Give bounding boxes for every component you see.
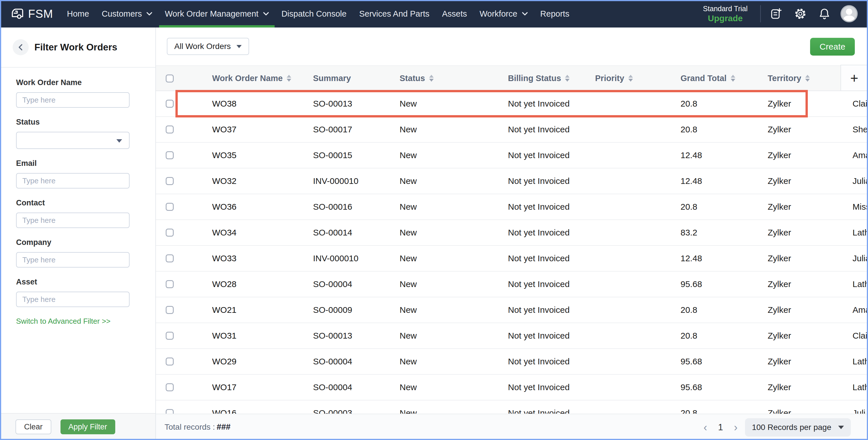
column-header-name[interactable]: Work Order Name [212,66,291,91]
nav-item-assets[interactable]: Assets [436,0,473,28]
add-column-button[interactable]: + [840,65,868,91]
records-per-page-select[interactable]: 100 Records per page [745,418,851,437]
settings-icon[interactable] [788,7,812,20]
cell-status: New [400,297,417,323]
nav-item-services-and-parts[interactable]: Services And Parts [353,0,436,28]
filter-select-status[interactable] [16,132,130,149]
cell-name[interactable]: WO35 [212,143,237,168]
cell-contact: Ama [852,297,868,323]
filter-label-work-order-name: Work Order Name [16,78,155,87]
work-order-row-wo36[interactable]: WO36SO-00016NewNot yet Invoiced20.8Zylke… [156,194,868,220]
cell-name[interactable]: WO36 [212,194,237,219]
upgrade-link[interactable]: Upgrade [703,13,748,23]
filter-input-work-order-name[interactable]: Type here [16,92,130,108]
work-order-row-wo28[interactable]: WO28SO-00004NewNot yet Invoiced95.68Zylk… [156,272,868,297]
work-order-row-wo37[interactable]: WO37SO-00017NewNot yet Invoiced20.8Zylke… [156,117,868,143]
sort-icon[interactable] [628,75,633,82]
row-checkbox[interactable] [166,383,174,391]
column-header-total[interactable]: Grand Total [681,66,735,91]
cell-name[interactable]: WO32 [212,168,237,194]
cell-status: New [400,91,417,116]
cell-name[interactable]: WO37 [212,117,237,142]
sort-icon[interactable] [565,75,569,82]
cell-name[interactable]: WO31 [212,323,237,348]
cell-territory: Zylker [768,323,791,348]
cell-summary: SO-00014 [313,220,352,245]
work-orders-list: All Work Orders Create Work Order NameSu… [156,28,868,440]
prev-page-icon[interactable]: ‹ [698,421,712,434]
column-header-territory[interactable]: Territory [768,66,810,91]
column-header-status[interactable]: Status [400,66,434,91]
column-header-summary[interactable]: Summary [313,66,351,91]
sort-icon[interactable] [805,75,810,82]
cell-name[interactable]: WO38 [212,91,237,116]
work-order-row-wo38[interactable]: WO38SO-00013NewNot yet Invoiced20.8Zylke… [156,91,868,117]
work-order-row-wo34[interactable]: WO34SO-00014NewNot yet Invoiced83.2Zylke… [156,220,868,246]
nav-item-label: Workforce [479,9,518,19]
cell-name[interactable]: WO28 [212,272,237,297]
cell-summary: SO-00009 [313,297,352,323]
filter-input-email[interactable]: Type here [16,173,130,189]
nav-item-work-order-management[interactable]: Work Order Management [158,0,275,28]
work-order-row-wo35[interactable]: WO35SO-00015NewNot yet Invoiced12.48Zylk… [156,143,868,168]
work-order-row-wo32[interactable]: WO32INV-000010NewNot yet Invoiced12.48Zy… [156,168,868,194]
cell-total: 20.8 [681,91,697,116]
filter-input-contact[interactable]: Type here [16,212,130,228]
back-button[interactable] [12,39,29,55]
cell-name[interactable]: WO29 [212,349,237,374]
row-checkbox[interactable] [166,280,174,288]
row-checkbox[interactable] [166,358,174,366]
nav-item-label: Reports [540,9,569,19]
app-logo[interactable]: FSM [11,7,53,20]
select-all-checkbox[interactable] [166,74,174,82]
advanced-filter-link[interactable]: Switch to Advanced Filter >> [16,317,155,326]
nav-item-customers[interactable]: Customers [95,0,158,28]
sort-icon[interactable] [731,75,735,82]
row-checkbox[interactable] [166,203,174,211]
column-header-billing[interactable]: Billing Status [508,66,569,91]
row-checkbox[interactable] [166,229,174,237]
column-header-priority[interactable]: Priority [595,66,633,91]
nav-item-home[interactable]: Home [61,0,95,28]
row-checkbox[interactable] [166,100,174,108]
filter-input-asset[interactable]: Type here [16,292,130,307]
cell-name[interactable]: WO33 [212,246,237,271]
cell-name[interactable]: WO17 [212,375,237,400]
work-order-row-wo29[interactable]: WO29SO-00004NewNot yet Invoiced95.68Zylk… [156,349,868,375]
next-page-icon[interactable]: › [729,421,743,434]
sort-icon[interactable] [429,75,434,82]
row-checkbox[interactable] [166,306,174,314]
nav-item-workforce[interactable]: Workforce [473,0,534,28]
cell-name[interactable]: WO21 [212,297,237,323]
apply-filter-button[interactable]: Apply Filter [61,419,115,434]
cell-billing: Not yet Invoiced [508,349,569,374]
notifications-icon[interactable] [812,7,836,20]
user-avatar[interactable] [840,5,858,22]
cell-billing: Not yet Invoiced [508,91,569,116]
quick-create-icon[interactable] [764,7,788,20]
work-order-row-wo33[interactable]: WO33INV-000010NewNot yet Invoiced12.48Zy… [156,246,868,272]
work-order-row-wo31[interactable]: WO31SO-00013NewNot yet Invoiced20.8Zylke… [156,323,868,349]
nav-item-reports[interactable]: Reports [534,0,576,28]
cell-name[interactable]: WO34 [212,220,237,245]
nav-item-label: Work Order Management [165,9,258,19]
work-order-row-wo17[interactable]: WO17SO-00004NewNot yet Invoiced95.68Zylk… [156,375,868,401]
create-button[interactable]: Create [810,38,855,56]
filter-label-company: Company [16,238,155,247]
row-checkbox[interactable] [166,126,174,134]
row-checkbox[interactable] [166,332,174,340]
table-header: Work Order NameSummaryStatusBilling Stat… [156,65,868,91]
clear-button[interactable]: Clear [16,419,51,434]
view-selector[interactable]: All Work Orders [167,38,249,55]
row-checkbox[interactable] [166,255,174,262]
nav-item-dispatch-console[interactable]: Dispatch Console [275,0,353,28]
filter-input-company[interactable]: Type here [16,252,130,268]
row-checkbox[interactable] [166,151,174,159]
work-order-row-wo21[interactable]: WO21SO-00009NewNot yet Invoiced20.8Zylke… [156,297,868,323]
chevron-down-icon [237,45,242,48]
row-checkbox[interactable] [166,177,174,185]
sort-icon[interactable] [287,75,291,82]
filter-panel: Filter Work Orders Work Order NameType h… [0,28,156,440]
view-selector-label: All Work Orders [174,42,231,51]
cell-total: 95.68 [681,375,702,400]
